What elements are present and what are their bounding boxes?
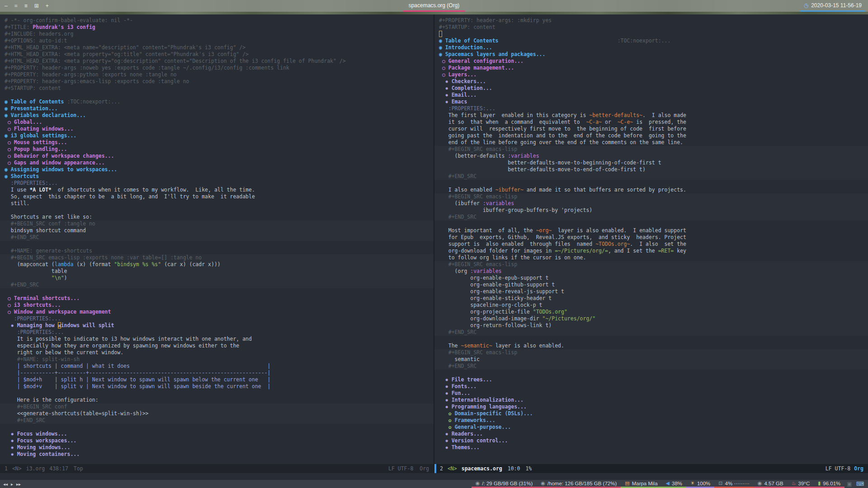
buffer-line[interactable]: #+BEGIN_SRC emacs-lisp :exports none :va… — [0, 254, 434, 261]
buffer-line[interactable]: ◉ Spacemacs layers and packages... — [439, 51, 868, 58]
brightness-module[interactable]: ☀100% — [686, 480, 714, 488]
buffer-line[interactable]: ◉ Variables declaration... — [5, 112, 434, 119]
buffer-line[interactable]: The ~semantic~ layer is also enabled. — [439, 343, 868, 349]
buffer-line[interactable]: ◉ Table of Contents :TOC:noexport:... — [439, 38, 868, 44]
buffer-line[interactable]: ○ General configuration... — [439, 58, 868, 65]
buffer-line[interactable] — [5, 390, 434, 397]
buffer-line[interactable] — [439, 221, 868, 227]
buffer-line[interactable] — [5, 207, 434, 214]
buffer-line[interactable]: ✸ Managing how windows will split — [5, 322, 434, 329]
buffer-line[interactable]: "\n") — [0, 275, 434, 282]
buffer-line[interactable]: ✸ Focus windows... — [5, 431, 434, 437]
buffer-line[interactable]: org-enable-reveal-js-support t — [434, 288, 868, 295]
disk-root-module[interactable]: ◉/: 29 GB/98 GB (31%) — [472, 480, 537, 488]
disk-home-module[interactable]: ◉/home: 126 GB/185 GB (72%) — [537, 480, 621, 488]
buffer-line[interactable]: (better-defaults :variables — [434, 153, 868, 160]
buffer-line[interactable]: ✸ Email... — [439, 92, 868, 99]
buffer-line[interactable]: #+OPTIONS: auto-id:t — [5, 38, 434, 44]
buffer-line[interactable]: #+NAME: split-win-sh — [5, 356, 434, 363]
buffer-line[interactable]: (org :variables — [434, 268, 868, 275]
buffer-line[interactable]: org-download folder for images in =~/Pic… — [439, 248, 868, 254]
buffer-line[interactable]: | $mod+v | split v | Next window to spaw… — [5, 383, 434, 390]
buffer-line[interactable]: ○ Window and workspace management — [5, 309, 434, 315]
buffer-line[interactable]: ✸ Internationalization... — [439, 397, 868, 404]
buffer-line[interactable]: #+HTML_HEAD_EXTRA: <meta property="og:de… — [5, 58, 434, 65]
buffer-line[interactable]: ◉ Shortcuts — [5, 173, 434, 180]
buffer-line[interactable]: So, expect this chapter to be a bit long… — [5, 193, 434, 200]
buffer-line[interactable]: #+NAME: generate-shortcuts — [5, 248, 434, 254]
buffer-line[interactable]: ✸ Programming languages... — [439, 404, 868, 410]
buffer-line[interactable]: ○ Mouse settings... — [5, 139, 434, 146]
memory-module[interactable]: ◉4.57 GB — [754, 480, 788, 488]
buffer-line[interactable] — [439, 31, 868, 38]
buffer-line[interactable]: | shortcuts | command | what it does | — [5, 363, 434, 370]
buffer-line[interactable]: ○ Package management... — [439, 65, 868, 71]
buffer-line[interactable]: right or below the current window. — [5, 349, 434, 356]
buffer-line[interactable]: #+BEGIN_SRC conf :tangle no — [0, 221, 434, 227]
buffer-line[interactable]: #+TITLE: Phundrak's i3 config — [5, 24, 434, 31]
cpu-module[interactable]: ⊡4% ········· — [714, 480, 754, 488]
right-emacs-window[interactable]: #+PROPERTY: header-args: :mkdirp yes#+ST… — [434, 14, 868, 473]
workspace-icon-1[interactable]: – — [5, 3, 8, 9]
buffer-line[interactable]: Shortcuts are set like so: — [5, 214, 434, 221]
workspace-icon-2[interactable]: = — [14, 3, 18, 9]
buffer-line[interactable]: I also enabled ~ibuffer~ and made it so … — [439, 187, 868, 193]
buffer-line[interactable]: ✸ Completion... — [439, 85, 868, 92]
buffer-line[interactable]: ✸ Moving containers... — [5, 451, 434, 458]
buffer-line[interactable]: bindsym shortcut command — [0, 227, 434, 234]
buffer-line[interactable]: I use *A LOT* of shortcuts when it comes… — [5, 187, 434, 193]
workspace-icon-5[interactable]: + — [46, 3, 49, 9]
buffer-line[interactable]: #+PROPERTY: header-args:python :exports … — [5, 71, 434, 78]
buffer-line[interactable]: # -*- org-confirm-babel-evaluate: nil -*… — [5, 17, 434, 24]
buffer-line[interactable]: still. — [5, 200, 434, 207]
buffer-line[interactable]: Here is the configuration: — [5, 397, 434, 404]
buffer-line[interactable]: org-enable-epub-support t — [434, 275, 868, 282]
buffer-line[interactable]: ✸ Version control... — [439, 437, 868, 444]
buffer-line[interactable]: ○ Gaps and window appearance... — [5, 160, 434, 166]
buffer-line[interactable]: cursor will respectively first move to t… — [439, 126, 868, 132]
buffer-line[interactable]: org-enable-sticky-header t — [434, 295, 868, 302]
echo-area[interactable] — [0, 473, 868, 480]
buffer-line[interactable]: #+END_SRC — [0, 234, 434, 241]
buffer-line[interactable]: #+END_SRC — [0, 417, 434, 424]
buffer-line[interactable] — [5, 288, 434, 295]
buffer-line[interactable]: (mapconcat (lambda (x) (format "bindsym … — [0, 261, 434, 268]
buffer-line[interactable]: #+BEGIN_SRC emacs-lisp — [434, 349, 868, 356]
buffer-line[interactable]: ✸ Fonts... — [439, 383, 868, 390]
buffer-line[interactable]: | $mod+h | split h | Next window to spaw… — [5, 376, 434, 383]
buffer-line[interactable]: ✸ Emacs — [439, 99, 868, 105]
buffer-line[interactable]: ✿ Frameworks... — [439, 417, 868, 424]
buffer-line[interactable] — [439, 180, 868, 187]
buffer-line[interactable]: ◉ i3 global settings... — [5, 132, 434, 139]
buffer-line[interactable]: ✸ Focus workspaces... — [5, 437, 434, 444]
buffer-line[interactable]: #+PROPERTY: header-args: :mkdirp yes — [439, 17, 868, 24]
buffer-line[interactable]: ibuffer-group-buffers-by 'projects) — [434, 207, 868, 214]
buffer-line[interactable] — [5, 424, 434, 431]
volume-module[interactable]: ◀38% — [662, 480, 687, 488]
buffer-line[interactable]: ○ Terminal shortcuts... — [5, 295, 434, 302]
buffer-line[interactable]: ○ Layers... — [439, 71, 868, 78]
buffer-line[interactable]: ○ Popup handling... — [5, 146, 434, 153]
buffer-line[interactable]: #+BEGIN_SRC emacs-lisp — [434, 261, 868, 268]
temperature-module[interactable]: ♨39°C — [788, 480, 814, 488]
buffer-line[interactable]: going past the indentation and to the en… — [439, 132, 868, 139]
workspace-icon-4[interactable]: ⊞ — [34, 3, 39, 9]
buffer-line[interactable]: especially how they are organized by spa… — [5, 343, 434, 349]
buffer-line[interactable]: #+BEGIN_SRC emacs-lisp — [434, 146, 868, 153]
buffer-line[interactable]: table — [0, 268, 434, 275]
chat-tray-icon[interactable]: ▣ — [847, 481, 852, 487]
buffer-line[interactable]: #+HTML_HEAD_EXTRA: <meta name="descripti… — [5, 44, 434, 51]
left-emacs-window[interactable]: # -*- org-confirm-babel-evaluate: nil -*… — [0, 14, 434, 473]
mpd-song-module[interactable]: ▤Marpa Mila — [621, 480, 661, 488]
buffer-line[interactable]: #+HTML_HEAD_EXTRA: <meta property="og:ti… — [5, 51, 434, 58]
buffer-line[interactable]: org-download-image-dir "~/Pictures/org/" — [434, 315, 868, 322]
workspace-icon-3[interactable]: ≡ — [24, 3, 28, 9]
buffer-line[interactable]: ✸ Themes... — [439, 444, 868, 451]
buffer-line[interactable]: #+BEGIN_SRC emacs-lisp — [434, 193, 868, 200]
buffer-line[interactable]: end of the line before going over the en… — [439, 139, 868, 146]
buffer-line[interactable]: semantic — [434, 356, 868, 363]
buffer-line[interactable]: ○ Global... — [5, 119, 434, 126]
buffer-line[interactable]: #+STARTUP: content — [439, 24, 868, 31]
right-buffer-text[interactable]: #+PROPERTY: header-args: :mkdirp yes#+ST… — [434, 14, 868, 464]
buffer-line[interactable] — [5, 241, 434, 248]
